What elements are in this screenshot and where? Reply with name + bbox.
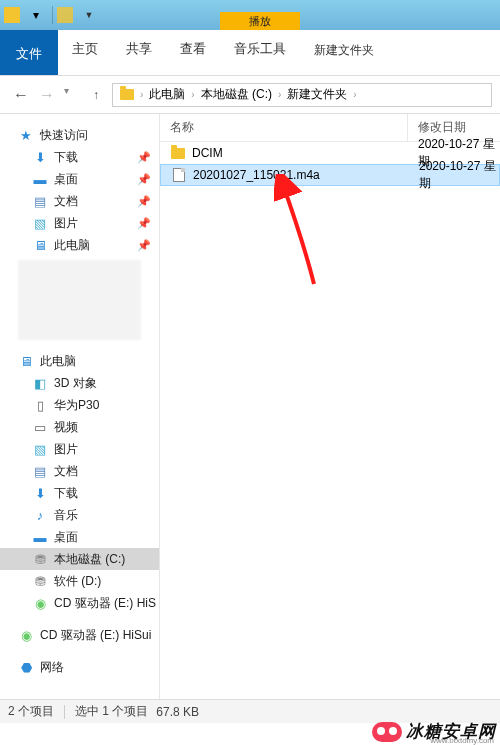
back-button[interactable]: ←	[8, 82, 34, 108]
watermark-logo-icon	[372, 722, 402, 742]
star-icon: ★	[18, 127, 34, 143]
sidebar-item-label: 桌面	[54, 171, 78, 188]
status-size: 67.8 KB	[156, 705, 199, 719]
forward-button[interactable]: →	[34, 82, 60, 108]
sidebar-item-this-pc[interactable]: 🖥 此电脑	[0, 350, 159, 372]
sidebar-item-label: 图片	[54, 215, 78, 232]
pin-icon: 📌	[137, 195, 151, 208]
cd-icon: ◉	[32, 595, 48, 611]
sidebar-item-label: 本地磁盘 (C:)	[54, 551, 125, 568]
redacted-area	[18, 260, 141, 340]
sidebar-item-label: 此电脑	[40, 353, 76, 370]
ribbon-tabs: 文件 主页 共享 查看 播放 音乐工具 新建文件夹	[0, 30, 500, 76]
sidebar-item-this-pc-quick[interactable]: 🖥 此电脑 📌	[0, 234, 159, 256]
sidebar-item-label: 图片	[54, 441, 78, 458]
tab-home[interactable]: 主页	[58, 30, 112, 75]
sidebar-item-label: 软件 (D:)	[54, 573, 101, 590]
qat-button[interactable]: ▾	[26, 8, 46, 22]
status-selected: 选中 1 个项目	[75, 703, 148, 720]
sidebar-item-huawei[interactable]: ▯ 华为P30	[0, 394, 159, 416]
cd-icon: ◉	[18, 627, 34, 643]
sidebar-item-label: 文档	[54, 193, 78, 210]
separator	[64, 705, 65, 719]
download-icon: ⬇	[32, 485, 48, 501]
sidebar-item-label: 桌面	[54, 529, 78, 546]
sidebar-item-cd-e[interactable]: ◉ CD 驱动器 (E:) HiS	[0, 592, 159, 614]
drive-icon: ⛃	[32, 573, 48, 589]
desktop-icon: ▬	[32, 529, 48, 545]
sidebar-item-3d-objects[interactable]: ◧ 3D 对象	[0, 372, 159, 394]
breadcrumb-item[interactable]: 新建文件夹	[284, 86, 350, 103]
folder-icon	[170, 145, 186, 161]
chevron-right-icon: ›	[188, 89, 197, 100]
sidebar-item-pictures[interactable]: ▧ 图片 📌	[0, 212, 159, 234]
sidebar-item-quick-access[interactable]: ★ 快速访问	[0, 124, 159, 146]
contextual-tab-play: 播放	[220, 12, 300, 30]
document-icon: ▤	[32, 193, 48, 209]
qat-folder-icon[interactable]	[57, 7, 73, 23]
pc-icon: 🖥	[32, 237, 48, 253]
phone-icon: ▯	[32, 397, 48, 413]
window-title: 新建文件夹	[300, 30, 388, 75]
cube-icon: ◧	[32, 375, 48, 391]
breadcrumb-pc-icon	[117, 89, 137, 100]
chevron-right-icon: ›	[275, 89, 284, 100]
sidebar-item-local-c[interactable]: ⛃ 本地磁盘 (C:)	[0, 548, 159, 570]
file-icon	[171, 167, 187, 183]
up-button[interactable]: ↑	[84, 83, 108, 107]
breadcrumb-item[interactable]: 本地磁盘 (C:)	[198, 86, 275, 103]
sidebar-item-music[interactable]: ♪ 音乐	[0, 504, 159, 526]
navigation-pane: ★ 快速访问 ⬇ 下载 📌 ▬ 桌面 📌 ▤ 文档 📌 ▧ 图片 📌	[0, 114, 160, 714]
sidebar-item-documents[interactable]: ▤ 文档 📌	[0, 190, 159, 212]
sidebar-item-label: 视频	[54, 419, 78, 436]
file-date: 2020-10-27 星期	[409, 158, 499, 192]
column-header-name[interactable]: 名称	[160, 114, 408, 141]
file-list-pane: 名称 修改日期 DCIM 2020-10-27 星期 20201027_1150…	[160, 114, 500, 714]
tab-music-tools-label: 音乐工具	[234, 41, 286, 56]
address-bar[interactable]: › 此电脑 › 本地磁盘 (C:) › 新建文件夹 ›	[112, 83, 492, 107]
pin-icon: 📌	[137, 217, 151, 230]
sidebar-item-label: CD 驱动器 (E:) HiSui	[40, 627, 151, 644]
sidebar-item-label: 下载	[54, 149, 78, 166]
tab-view[interactable]: 查看	[166, 30, 220, 75]
history-dropdown[interactable]: ▾	[64, 85, 76, 105]
picture-icon: ▧	[32, 215, 48, 231]
sidebar-item-documents2[interactable]: ▤ 文档	[0, 460, 159, 482]
sidebar-item-desktop2[interactable]: ▬ 桌面	[0, 526, 159, 548]
annotation-arrow	[274, 174, 334, 294]
sidebar-item-network[interactable]: ⬣ 网络	[0, 656, 159, 678]
chevron-right-icon: ›	[350, 89, 359, 100]
picture-icon: ▧	[32, 441, 48, 457]
nav-toolbar: ← → ▾ ↑ › 此电脑 › 本地磁盘 (C:) › 新建文件夹 ›	[0, 76, 500, 114]
sidebar-item-label: 此电脑	[54, 237, 90, 254]
sidebar-item-videos[interactable]: ▭ 视频	[0, 416, 159, 438]
app-folder-icon	[4, 7, 20, 23]
separator	[52, 6, 53, 24]
sidebar-item-pictures2[interactable]: ▧ 图片	[0, 438, 159, 460]
sidebar-item-cd-e-2[interactable]: ◉ CD 驱动器 (E:) HiSui	[0, 624, 159, 646]
sidebar-item-label: 快速访问	[40, 127, 88, 144]
pin-icon: 📌	[137, 173, 151, 186]
pin-icon: 📌	[137, 151, 151, 164]
sidebar-item-label: 音乐	[54, 507, 78, 524]
sidebar-item-label: 华为P30	[54, 397, 99, 414]
sidebar-item-label: 下载	[54, 485, 78, 502]
tab-music-tools[interactable]: 播放 音乐工具	[220, 30, 300, 75]
sidebar-item-downloads[interactable]: ⬇ 下载 📌	[0, 146, 159, 168]
file-row[interactable]: 20201027_115021.m4a 2020-10-27 星期	[160, 164, 500, 186]
content-area: ★ 快速访问 ⬇ 下载 📌 ▬ 桌面 📌 ▤ 文档 📌 ▧ 图片 📌	[0, 114, 500, 714]
breadcrumb-item[interactable]: 此电脑	[146, 86, 188, 103]
desktop-icon: ▬	[32, 171, 48, 187]
download-icon: ⬇	[32, 149, 48, 165]
tab-file[interactable]: 文件	[0, 30, 58, 75]
chevron-right-icon: ›	[137, 89, 146, 100]
file-name: 20201027_115021.m4a	[193, 168, 320, 182]
status-count: 2 个项目	[8, 703, 54, 720]
music-icon: ♪	[32, 507, 48, 523]
sidebar-item-downloads2[interactable]: ⬇ 下载	[0, 482, 159, 504]
tab-share[interactable]: 共享	[112, 30, 166, 75]
sidebar-item-local-d[interactable]: ⛃ 软件 (D:)	[0, 570, 159, 592]
qat-dropdown[interactable]: ▼	[79, 8, 99, 22]
sidebar-item-desktop[interactable]: ▬ 桌面 📌	[0, 168, 159, 190]
video-icon: ▭	[32, 419, 48, 435]
